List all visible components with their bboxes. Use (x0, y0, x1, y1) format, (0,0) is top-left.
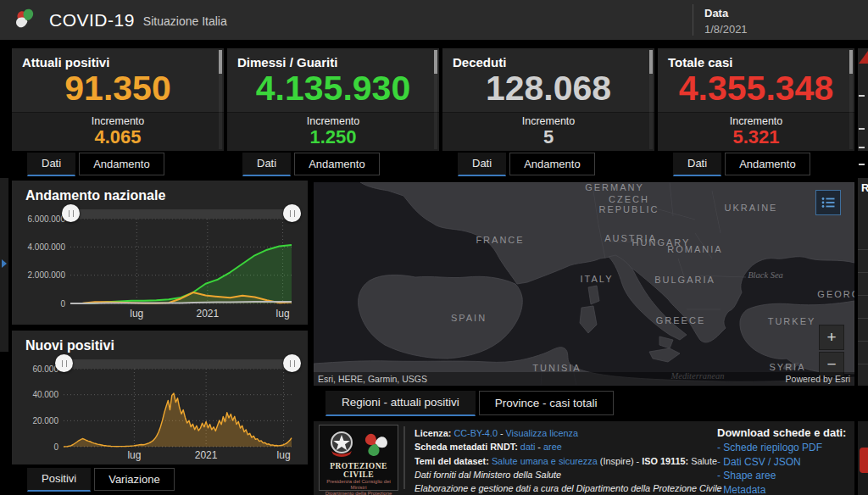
footer-divider (403, 426, 405, 489)
map-country-label: FRANCE (476, 235, 524, 245)
footer-text-segment: Dati forniti dal Ministero della Salute (415, 469, 561, 481)
card-scrollbar[interactable] (219, 50, 222, 149)
card-increment: Incremento 1.250 (227, 112, 439, 151)
download-link[interactable]: - Shape aree (717, 469, 851, 483)
card-value: 4.135.930 (227, 70, 439, 107)
map-country-label: GREECE (656, 315, 705, 325)
time-slider-track[interactable] (70, 209, 292, 219)
footer-logo-sub1: Presidenza del Consiglio dei Ministri (320, 479, 398, 491)
tab-dati[interactable]: Dati (458, 153, 506, 176)
download-link[interactable]: - Metadata (717, 483, 851, 495)
map-water-label: Black Sea (748, 270, 783, 280)
footer-link[interactable]: Salute umana e sicurezza (492, 455, 598, 467)
tab-andamento[interactable]: Andamento (509, 153, 595, 175)
time-slider-handle-right[interactable] (283, 204, 301, 222)
x-tick-label: lug (130, 308, 143, 320)
footer-info-line: Dati forniti dal Ministero della Salute (415, 468, 719, 481)
map-country-label: GERMANY (585, 182, 644, 192)
download-link[interactable]: - Schede riepilogo PDF (717, 441, 851, 455)
tab-regioni-attuali-positivi[interactable]: Regioni - attuali positivi (326, 391, 476, 416)
increment-label: Incremento (12, 115, 224, 127)
card-dimessi-guariti: Dimessi / Guariti 4.135.930 Incremento 1… (227, 48, 439, 151)
footer-info-line: Elaborazione e gestione dati a cura del … (415, 481, 719, 495)
map-country-label: UKRAINE (725, 203, 778, 213)
map-legend-button[interactable] (815, 190, 841, 215)
card-deceduti: Deceduti 128.068 Incremento 5 (442, 48, 654, 151)
y-tick-label: 20.000 (32, 416, 58, 425)
clipped-table-rows (858, 227, 868, 371)
tab-andamento[interactable]: Andamento (725, 153, 810, 175)
chart-andamento-wrap: 02.000.0004.000.0006.000.000lug2021lug (19, 207, 300, 322)
clipped-link-dash (859, 95, 865, 97)
card-scrollbar[interactable] (434, 50, 437, 149)
footer-text-segment: - (498, 427, 506, 439)
footer-logo-title: PROTEZIONE CIVILE (320, 462, 398, 479)
x-tick-label: lug (127, 449, 141, 461)
increment-value: 5.321 (658, 128, 854, 147)
tab-province-casi-totali[interactable]: Province - casi totali (479, 391, 614, 415)
footer-link[interactable]: dati (520, 441, 536, 453)
map-country-label: CZECH (609, 194, 649, 204)
protezione-civile-logo-icon (14, 7, 41, 34)
europe-map[interactable]: GERMANYCZECHREPUBLICUKRAINEFRANCEAUSTRIA… (314, 182, 854, 386)
tab-positivi[interactable]: Positivi (27, 468, 91, 492)
tab-variazione[interactable]: Variazione (94, 468, 174, 491)
tab-andamento[interactable]: Andamento (79, 153, 164, 175)
footer-download-block: Download schede e dati: - Schede riepilo… (717, 426, 851, 495)
footer-text-segment: Licenza: (415, 427, 453, 439)
clipped-link-dash (859, 128, 865, 130)
footer-text-segment: Scheda metadati RNDT: (415, 441, 520, 453)
increment-label: Incremento (442, 115, 654, 127)
y-tick-label: 0 (60, 299, 65, 309)
y-tick-label: 4.000.000 (28, 242, 66, 252)
time-slider-track[interactable] (64, 359, 292, 369)
footer-info-line: Licenza: CC-BY-4.0 - Visualizza licenza (415, 426, 719, 440)
footer-text-segment: (Inspire) - (598, 455, 642, 467)
y-tick-label: 6.000.000 (28, 214, 66, 224)
x-tick-label: 2021 (196, 308, 219, 320)
tab-dati[interactable]: Dati (673, 153, 721, 176)
footer-link[interactable]: aree (543, 441, 562, 453)
x-tick-label: lug (277, 449, 291, 461)
download-link[interactable]: - Dati CSV / JSON (717, 455, 851, 470)
chart-nuovi-wrap: 020.00040.00060.000lug2021lug (19, 357, 300, 464)
date-value: 1/8/2021 (704, 23, 748, 36)
time-slider-handle-left[interactable] (55, 354, 73, 372)
panel-nuovi-positivi: Nuovi positivi 020.00040.00060.000lug202… (12, 331, 308, 464)
card-value: 128.068 (442, 70, 654, 107)
card-attuali-positivi: Attuali positivi 91.350 Incremento 4.065 (12, 48, 224, 151)
increment-value: 1.250 (227, 128, 439, 147)
time-slider-handle-left[interactable] (62, 204, 80, 222)
card-value: 4.355.348 (658, 70, 854, 107)
tab-andamento[interactable]: Andamento (294, 153, 380, 175)
increment-value: 5 (442, 128, 654, 147)
legend-list-icon (821, 197, 835, 209)
page-title: COVID-19 (49, 10, 135, 31)
tab-dati[interactable]: Dati (27, 153, 75, 176)
date-block: Data 1/8/2021 (704, 7, 748, 36)
protezione-civile-footer-logo: PROTEZIONE CIVILE Presidenza del Consigl… (319, 425, 398, 491)
footer-text-segment: ISO 19115: (642, 455, 691, 467)
footer-logo-sub2: Dipartimento della Protezione Civile (320, 491, 398, 495)
panel-title: Nuovi positivi (12, 331, 308, 355)
footer-text-segment: Elaborazione e gestione dati a cura del … (415, 482, 722, 494)
card-scrollbar[interactable] (849, 50, 853, 149)
page-subtitle: Situazione Italia (143, 12, 227, 28)
chart-andamento-nazionale[interactable]: 02.000.0004.000.0006.000.000lug2021lug (19, 207, 300, 322)
panel-andamento-nazionale: Andamento nazionale 02.000.0004.000.0006… (12, 181, 308, 325)
clipped-table-header: R (861, 181, 868, 194)
time-slider-handle-right[interactable] (283, 354, 301, 372)
footer-link[interactable]: CC-BY-4.0 (453, 427, 497, 439)
panel-title: Andamento nazionale (12, 181, 308, 205)
expand-panel-arrow-icon[interactable] (2, 259, 7, 268)
map-attribution: Esri, HERE, Garmin, USGS Powered by Esri (314, 372, 854, 386)
map-country-label: TURKEY (768, 316, 816, 326)
card-scrollbar[interactable] (649, 50, 653, 149)
chart-nuovi-positivi[interactable]: 020.00040.00060.000lug2021lug (19, 357, 300, 464)
powered-by-esri: Powered by Esri (786, 374, 850, 384)
footer-info-line: Temi del dataset: Salute umana e sicurez… (415, 454, 719, 468)
map-country-label: SYRIA (769, 362, 805, 372)
map-zoom-in-button[interactable]: + (819, 325, 844, 350)
tab-dati[interactable]: Dati (242, 153, 291, 176)
footer-link[interactable]: Visualizza licenza (506, 427, 578, 439)
